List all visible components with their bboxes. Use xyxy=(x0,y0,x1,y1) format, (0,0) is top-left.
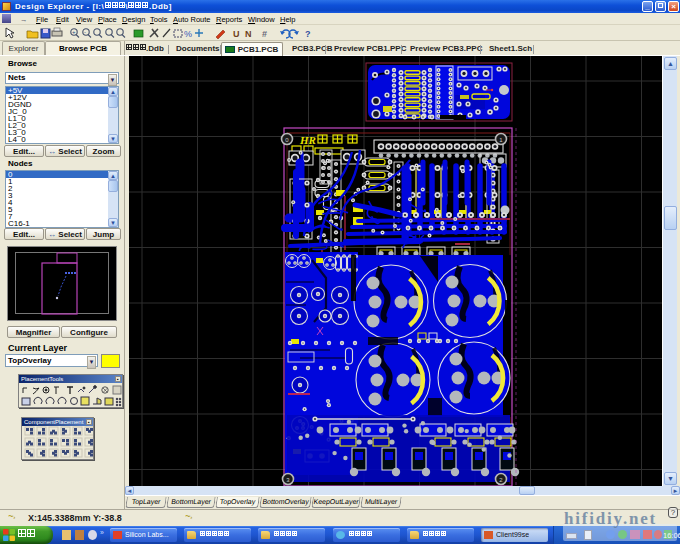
svg-text:N: N xyxy=(245,29,252,39)
svg-text:%: % xyxy=(184,29,192,39)
svg-text:HR: HR xyxy=(299,134,316,146)
svg-text:U: U xyxy=(233,29,240,39)
svg-text:#: # xyxy=(262,29,267,39)
svg-text:-: - xyxy=(84,29,86,35)
svg-text:+: + xyxy=(72,29,76,35)
svg-text:?: ? xyxy=(305,29,311,39)
